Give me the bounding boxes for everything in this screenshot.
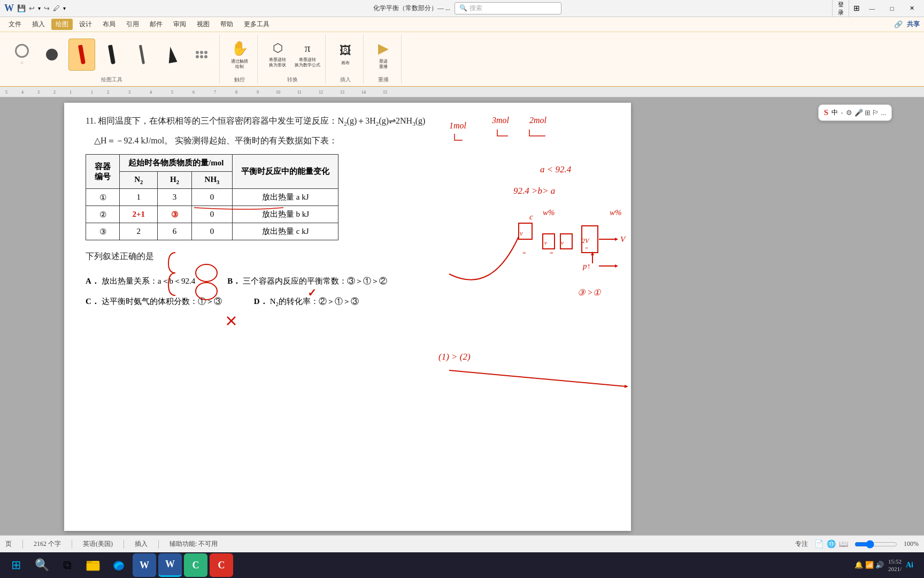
search-placeholder: 搜索: [469, 4, 482, 13]
zoom-slider[interactable]: [854, 540, 897, 549]
view-icons: 📄 🌐 📖: [814, 539, 848, 549]
svg-rect-0: [0, 87, 924, 97]
document-page: 11. 相同温度下，在体积相等的三个恒容密闭容器中发生可逆反应：N2(g)＋3H…: [64, 103, 631, 531]
menu-reference[interactable]: 引用: [122, 19, 143, 30]
ai-label[interactable]: Ai: [906, 561, 913, 569]
pen-tri-tool[interactable]: [158, 39, 185, 71]
pen-circle-tool[interactable]: ○: [9, 39, 35, 71]
word-btn2[interactable]: W: [158, 553, 182, 577]
menu-help[interactable]: 帮助: [216, 19, 237, 30]
menu-view[interactable]: 视图: [192, 19, 214, 30]
insert-canvas-icon: 🖼: [340, 44, 351, 58]
dropdown-arrow[interactable]: ▾: [63, 5, 66, 11]
menu-layout[interactable]: 布局: [98, 19, 120, 30]
print-layout-icon[interactable]: 📄: [814, 539, 823, 549]
svg-marker-46: [615, 264, 618, 268]
replay-tools-row: ▶ 墨迹重播: [370, 34, 397, 75]
share-label[interactable]: 共享: [907, 20, 920, 29]
row3-id: ③: [86, 223, 120, 240]
pen-dark-tool[interactable]: [98, 39, 125, 71]
touch-tools-row: ✋ 通过触摸绘制: [226, 34, 253, 75]
menu-more-tools[interactable]: 更多工具: [240, 19, 274, 30]
explorer-btn[interactable]: [81, 553, 105, 577]
svg-text:3: 3: [128, 90, 130, 95]
titlebar-left: W 💾 ↩ ▾ ↪ 🖊 ▾: [0, 3, 107, 14]
touch-draw-label: 通过触摸绘制: [231, 59, 248, 69]
read-mode-icon[interactable]: 📖: [839, 539, 848, 549]
ribbon: 文件 插入 绘图 设计 布局 引用 邮件 审阅 视图 帮助 更多工具 🔗 共享 …: [0, 17, 924, 87]
svg-text:8: 8: [235, 90, 237, 95]
menu-draw[interactable]: 绘图: [51, 19, 73, 30]
menu-insert[interactable]: 插入: [28, 19, 49, 30]
svg-text:2: 2: [107, 90, 109, 95]
option-b: B． 三个容器内反应的平衡常数：③＞①＞②: [227, 273, 387, 289]
svg-rect-52: [87, 563, 99, 571]
replay-group: ▶ 墨迹重播 重播: [366, 34, 402, 83]
start-menu-btn[interactable]: ⊞: [4, 553, 28, 577]
close-btn[interactable]: ✕: [904, 0, 920, 17]
maximize-btn[interactable]: □: [884, 0, 899, 17]
pen-red-tool[interactable]: [68, 39, 95, 71]
layout-icon[interactable]: ⊞: [853, 4, 860, 13]
menu-file[interactable]: 文件: [4, 19, 26, 30]
convert-math-tool[interactable]: π 将墨迹转换为数学公式: [294, 39, 321, 71]
table-row-1: ① 1 3 0 放出热量 a kJ: [86, 189, 338, 206]
option-d-text: N2的转化率：②＞①＞③: [270, 293, 359, 310]
insert-canvas-label: 画布: [341, 60, 350, 66]
redo-btn[interactable]: ↪: [44, 4, 50, 13]
row2-nh3: 0: [191, 206, 233, 223]
sougou-icon: S: [824, 108, 828, 117]
replay-tool[interactable]: ▶ 墨迹重播: [370, 39, 397, 71]
undo-dropdown[interactable]: ▾: [38, 5, 41, 11]
float-widget: S 中 · ⚙ 🎤 ⊞ 🏳 ...: [818, 104, 892, 121]
sep3: [124, 540, 124, 549]
menu-review[interactable]: 审阅: [169, 19, 190, 30]
ribbon-tools: ○: [0, 32, 924, 86]
date: 2021/: [888, 565, 902, 573]
camtasia-btn[interactable]: C: [184, 553, 207, 577]
minimize-btn[interactable]: —: [864, 0, 880, 17]
login-btn[interactable]: 登录: [832, 0, 849, 18]
svg-text:9: 9: [257, 90, 259, 95]
document-title: 化学平衡（常数部分）— ...: [373, 4, 450, 13]
convert-math-icon: π: [304, 41, 310, 55]
task-view-btn[interactable]: ⧉: [56, 553, 79, 577]
search-box[interactable]: 🔍 搜索: [455, 2, 561, 14]
menu-mail[interactable]: 邮件: [145, 19, 167, 30]
edge-btn[interactable]: [107, 553, 130, 577]
svg-text:15: 15: [383, 90, 387, 95]
pen-dots-tool[interactable]: [188, 39, 215, 71]
draw-group: ○: [4, 34, 220, 83]
svg-marker-42: [615, 238, 618, 241]
pen-fill-tool[interactable]: [38, 39, 65, 71]
insert-mode: 插入: [135, 539, 148, 549]
insert-canvas-tool[interactable]: 🖼 画布: [332, 39, 359, 71]
insert-group: 🖼 画布 插入: [328, 34, 364, 83]
row3-energy: 放出热量 c kJ: [233, 223, 338, 240]
convert-shape-tool[interactable]: ⬡ 将墨迹转换为形状: [264, 39, 291, 71]
svg-text:(1) > (2): (1) > (2): [438, 352, 471, 362]
replay-label: 墨迹重播: [379, 59, 388, 69]
pen-tools-row: ○: [9, 34, 215, 75]
col-header-energy: 平衡时反应中的能量变化: [233, 155, 338, 189]
row2-n2: 2+1: [120, 206, 158, 223]
customize-btn[interactable]: 🖊: [53, 4, 60, 13]
convert-shape-icon: ⬡: [273, 41, 283, 55]
touch-draw-tool[interactable]: ✋ 通过触摸绘制: [226, 39, 253, 71]
web-layout-icon[interactable]: 🌐: [827, 539, 836, 549]
sep2: [72, 540, 72, 549]
app-btn[interactable]: C: [210, 553, 233, 577]
undo-btn[interactable]: ↩: [29, 4, 35, 13]
taskbar-search[interactable]: 🔍: [30, 553, 53, 577]
word-btn[interactable]: W: [133, 553, 156, 577]
convert-math-label: 将墨迹转换为数学公式: [295, 57, 320, 67]
row2-id: ②: [86, 206, 120, 223]
menu-design[interactable]: 设计: [75, 19, 96, 30]
edge-icon: [112, 558, 126, 572]
pen-thin-tool[interactable]: [128, 39, 155, 71]
svg-text:5: 5: [171, 90, 173, 95]
svg-text:2: 2: [53, 90, 56, 95]
quick-save[interactable]: 💾: [17, 4, 26, 13]
focus-label[interactable]: 专注: [795, 539, 808, 549]
convert-group-label: 转换: [287, 75, 298, 83]
